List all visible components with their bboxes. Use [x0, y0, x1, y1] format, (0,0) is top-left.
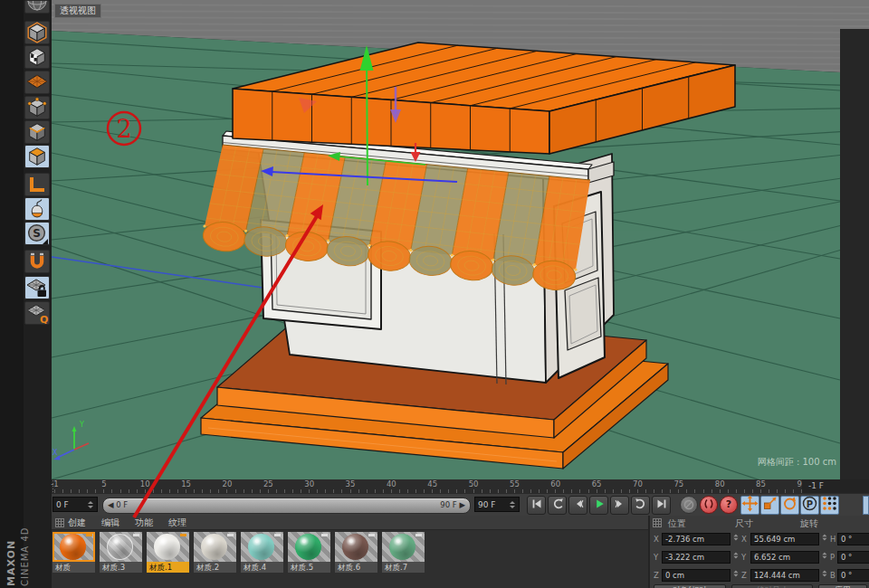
- next-key-button[interactable]: [631, 496, 650, 515]
- material-label[interactable]: 材质: [53, 562, 95, 573]
- coord-value-field[interactable]: 0 °: [837, 533, 869, 545]
- material-preview-sphere[interactable]: [335, 532, 377, 562]
- perspective-viewport[interactable]: YX 透视视图 网格间距 : 100 cm: [52, 0, 869, 479]
- stepper-icon[interactable]: [732, 535, 740, 541]
- stepper-icon[interactable]: [732, 553, 740, 559]
- axis-modifier-dots-button[interactable]: [820, 496, 839, 515]
- panel-grid-icon[interactable]: [55, 518, 64, 527]
- coord-axis-label: Z: [741, 571, 747, 580]
- tool-workplane-grid-icon[interactable]: [24, 71, 50, 94]
- coord-value-field[interactable]: 0 °: [837, 551, 869, 564]
- material-item[interactable]: 材质.6: [335, 532, 377, 573]
- record-disabled-button[interactable]: [680, 496, 698, 514]
- material-menu-0[interactable]: 创建: [66, 517, 88, 529]
- tool-shading-cube-icon[interactable]: [24, 21, 50, 44]
- tool-texture-cube-icon[interactable]: [24, 45, 50, 69]
- current-frame-field[interactable]: 0 F: [53, 497, 98, 512]
- ruler-frame-number: -1: [51, 479, 58, 488]
- tool-snap-s-icon[interactable]: S: [24, 222, 50, 245]
- material-sphere-icon: [248, 534, 274, 560]
- ruler-frame-number: 35: [346, 479, 356, 488]
- material-label[interactable]: 材质.6: [335, 562, 377, 573]
- coord-button-0[interactable]: 对象(相对: [654, 584, 726, 588]
- tool-polygons-mode-icon[interactable]: [24, 145, 50, 168]
- current-frame-value: 0 F: [56, 500, 69, 509]
- material-item[interactable]: 材质: [53, 532, 95, 573]
- material-item[interactable]: 材质.5: [288, 532, 330, 573]
- panel-grid-icon[interactable]: [653, 518, 662, 527]
- material-label[interactable]: 材质.5: [288, 562, 330, 573]
- rotate-tool-button[interactable]: [780, 496, 799, 515]
- range-end-handle[interactable]: 90 F ▶: [440, 500, 465, 509]
- material-item[interactable]: 材质.3: [100, 532, 142, 573]
- material-item[interactable]: 材质.7: [382, 532, 425, 573]
- mode-tool-column: SQ: [24, 0, 51, 325]
- coord-value-field[interactable]: 6.652 cm: [750, 551, 819, 564]
- coord-value-field[interactable]: -3.222 cm: [662, 551, 731, 564]
- previous-frame-button[interactable]: [568, 496, 587, 515]
- range-start-handle[interactable]: ◀ 0 F: [108, 500, 128, 509]
- tool-viewport-nav-mouse-icon[interactable]: [24, 197, 50, 221]
- coordinate-system-button[interactable]: P: [800, 496, 819, 515]
- tool-earth-globe-icon[interactable]: [24, 0, 50, 14]
- material-preview-sphere[interactable]: [100, 532, 142, 562]
- play-forward-button[interactable]: [589, 496, 608, 515]
- move-tool-button[interactable]: [740, 496, 759, 515]
- play-forward-icon: [593, 497, 606, 514]
- transport-buttons: [527, 496, 671, 515]
- stepper-icon[interactable]: [821, 553, 828, 559]
- end-frame-field[interactable]: 90 F: [474, 497, 520, 512]
- material-label[interactable]: 材质.4: [241, 562, 283, 573]
- coord-value-field[interactable]: -2.736 cm: [662, 533, 731, 545]
- scale-tool-button[interactable]: [760, 496, 779, 515]
- tool-workplane-quantize-icon[interactable]: Q: [24, 301, 50, 325]
- stepper-icon[interactable]: [86, 501, 94, 508]
- next-frame-button[interactable]: [610, 496, 629, 515]
- material-usage-marker: [227, 534, 234, 536]
- material-label[interactable]: 材质.7: [382, 562, 425, 573]
- material-item[interactable]: 材质.2: [194, 532, 236, 573]
- stepper-icon[interactable]: [508, 501, 516, 508]
- tool-axis-mode-icon[interactable]: [24, 173, 50, 196]
- coord-value-field[interactable]: 0 cm: [662, 569, 731, 582]
- coord-value-field[interactable]: 0 °: [837, 569, 869, 582]
- material-menu-1[interactable]: 编辑: [100, 517, 121, 529]
- material-preview-sphere[interactable]: [53, 532, 95, 562]
- autokey-help-button[interactable]: ?: [720, 496, 738, 514]
- record-keyframes-button[interactable]: [700, 496, 718, 514]
- viewport-label[interactable]: 透视视图: [54, 4, 101, 18]
- stepper-icon[interactable]: [821, 535, 828, 541]
- stepper-icon[interactable]: [821, 571, 828, 577]
- tool-edges-mode-icon[interactable]: [24, 120, 50, 144]
- material-label[interactable]: 材质.3: [100, 562, 142, 573]
- material-preview-sphere[interactable]: [288, 532, 330, 562]
- end-indicator-text: -1 F: [808, 481, 824, 490]
- material-label[interactable]: 材质.1: [147, 562, 189, 573]
- goto-end-icon: [655, 497, 668, 514]
- material-menu-2[interactable]: 功能: [133, 517, 155, 529]
- material-preview-sphere[interactable]: [241, 532, 283, 562]
- goto-end-button[interactable]: [652, 496, 671, 515]
- svg-text:Q: Q: [40, 314, 48, 325]
- tool-points-mode-icon[interactable]: [24, 96, 50, 119]
- coord-value-field[interactable]: 55.649 cm: [750, 533, 819, 545]
- goto-start-button[interactable]: [527, 496, 546, 515]
- 3d-scene[interactable]: YX: [52, 0, 869, 479]
- tool-magnet-snap-icon[interactable]: [24, 250, 50, 273]
- previous-key-button[interactable]: [548, 496, 567, 515]
- preview-range-slider[interactable]: ◀ 0 F 90 F ▶: [102, 498, 471, 514]
- stepper-icon[interactable]: [732, 571, 740, 577]
- material-item[interactable]: 材质.1: [147, 532, 189, 573]
- coord-value-field[interactable]: 124.444 cm: [750, 569, 819, 582]
- material-usage-marker: [368, 534, 375, 536]
- material-preview-sphere[interactable]: [382, 532, 425, 562]
- coord-button-1[interactable]: 绝对尺寸: [731, 584, 813, 588]
- material-label[interactable]: 材质.2: [194, 562, 236, 573]
- material-preview-sphere[interactable]: [194, 532, 236, 562]
- tool-workplane-lock-icon[interactable]: [24, 276, 50, 299]
- material-item[interactable]: 材质.4: [241, 532, 283, 573]
- material-preview-sphere[interactable]: [147, 532, 189, 562]
- material-menu-3[interactable]: 纹理: [167, 517, 188, 529]
- coord-button-2[interactable]: 应用: [818, 584, 867, 588]
- timeline-ruler[interactable]: -151015202530354045505560657075808590: [52, 479, 802, 493]
